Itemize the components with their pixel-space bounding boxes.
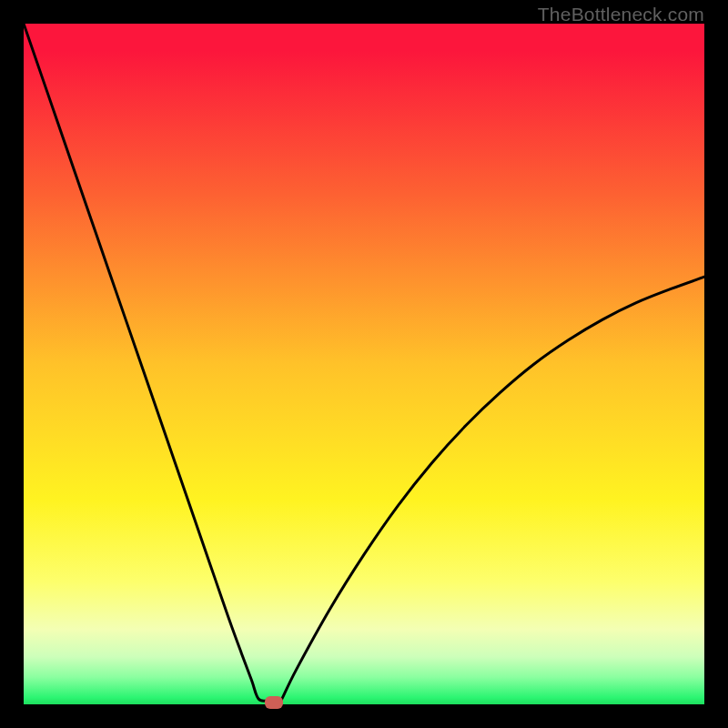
plot-area — [24, 24, 704, 704]
curve-layer — [24, 24, 704, 704]
bottleneck-curve-path — [24, 24, 704, 704]
marker-logo-icon — [265, 696, 283, 709]
attribution-text: TheBottleneck.com — [538, 4, 704, 25]
chart-frame: TheBottleneck.com — [0, 0, 728, 728]
